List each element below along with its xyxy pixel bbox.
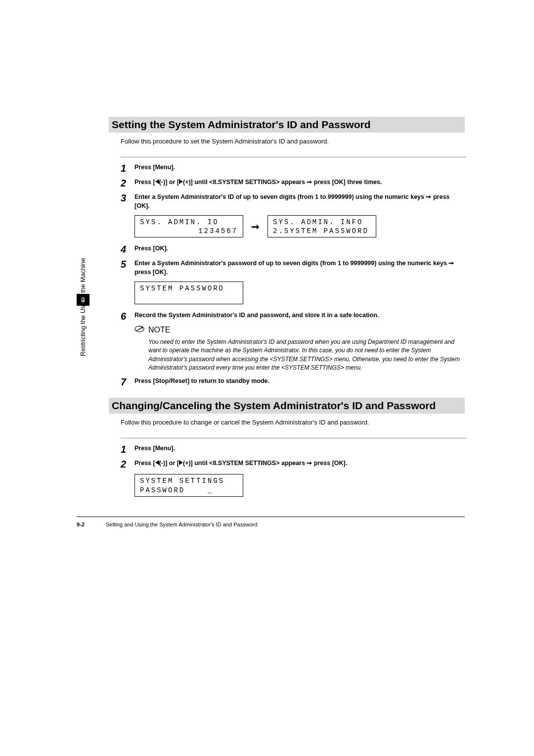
step-6: 6 Record the System Administrator's ID a… bbox=[121, 311, 465, 321]
step-text: Press [Menu]. bbox=[134, 444, 465, 454]
step-text: Enter a System Administrator's ID of up … bbox=[134, 193, 465, 210]
footer-rule bbox=[77, 517, 465, 517]
section2-intro: Follow this procedure to change or cance… bbox=[121, 419, 465, 426]
step-text: Press [OK]. bbox=[134, 244, 465, 254]
text: press [OK]. bbox=[134, 269, 168, 276]
text: press [OK]. bbox=[312, 460, 347, 467]
text: press [OK] three times. bbox=[312, 179, 382, 186]
arrow-icon: ➞ bbox=[307, 179, 312, 186]
section1-intro: Follow this procedure to set the System … bbox=[121, 138, 465, 145]
text: Enter a System Administrator's ID of up … bbox=[134, 193, 426, 200]
divider bbox=[121, 438, 467, 438]
step-number: 4 bbox=[121, 244, 134, 254]
step-text: Press [Stop/Reset] to return to standby … bbox=[134, 377, 465, 387]
section-title-changing: Changing/Canceling the System Administra… bbox=[109, 398, 465, 414]
lcd-line: SYS. ADMIN. ID bbox=[140, 218, 238, 227]
arrow-icon: ➞ bbox=[307, 460, 312, 467]
note-label: NOTE bbox=[148, 326, 170, 334]
step-number: 2 bbox=[121, 178, 134, 188]
step-text: Press [(-)] or [(+)] until <8.SYSTEM SET… bbox=[134, 459, 465, 469]
text: Press [ bbox=[134, 179, 155, 186]
step-2: 2 Press [(-)] or [(+)] until <8.SYSTEM S… bbox=[121, 178, 465, 188]
note-header: NOTE bbox=[134, 325, 465, 335]
footer-title: Setting and Using the System Administrat… bbox=[106, 521, 258, 527]
step-number: 1 bbox=[121, 444, 134, 454]
triangle-left-icon bbox=[155, 459, 159, 468]
section-title-setting: Setting the System Administrator's ID an… bbox=[109, 117, 465, 133]
step-number: 1 bbox=[121, 163, 134, 173]
lcd-row: SYSTEM SETTINGS PASSWORD _ bbox=[134, 474, 465, 496]
triangle-left-icon bbox=[155, 178, 159, 187]
lcd-line: SYSTEM SETTINGS bbox=[140, 476, 238, 485]
text: (-)] or [ bbox=[159, 460, 179, 467]
triangle-right-icon bbox=[179, 178, 183, 187]
step-number: 2 bbox=[121, 459, 134, 469]
arrow-icon: ➞ bbox=[426, 193, 431, 200]
arrow-icon: ➞ bbox=[448, 260, 454, 267]
step-7: 7 Press [Stop/Reset] to return to standb… bbox=[121, 377, 465, 387]
lcd-line: SYSTEM PASSWORD bbox=[140, 284, 238, 293]
page-number: 9-2 bbox=[77, 521, 85, 527]
lcd-display: SYSTEM PASSWORD bbox=[134, 282, 243, 304]
step-4: 4 Press [OK]. bbox=[121, 244, 465, 254]
svg-marker-0 bbox=[155, 179, 159, 184]
svg-marker-5 bbox=[179, 460, 183, 465]
text: Enter a System Administrator's password … bbox=[134, 260, 448, 267]
step-number: 5 bbox=[121, 259, 134, 277]
svg-marker-1 bbox=[179, 179, 183, 184]
text: (+)] until <8.SYSTEM SETTINGS> appears bbox=[183, 179, 307, 186]
lcd-line: SYS. ADMIN. INFO bbox=[273, 218, 371, 227]
triangle-right-icon bbox=[179, 459, 183, 468]
lcd-line: 2.SYSTEM PASSWORD bbox=[273, 227, 371, 236]
note-block: NOTE You need to enter the System Admini… bbox=[134, 325, 465, 373]
arrow-icon: ➞ bbox=[251, 221, 260, 233]
lcd-line bbox=[140, 293, 238, 302]
step-number: 6 bbox=[121, 311, 134, 321]
lcd-row: SYSTEM PASSWORD bbox=[134, 282, 465, 304]
lcd-row: SYS. ADMIN. ID 1234567 ➞ SYS. ADMIN. INF… bbox=[134, 215, 465, 237]
lcd-line: 1234567 bbox=[140, 227, 238, 236]
divider bbox=[121, 157, 467, 157]
step-2b: 2 Press [(-)] or [(+)] until <8.SYSTEM S… bbox=[121, 459, 465, 469]
text: (+)] until <8.SYSTEM SETTINGS> appears bbox=[183, 460, 307, 467]
step-3: 3 Enter a System Administrator's ID of u… bbox=[121, 193, 465, 210]
step-text: Record the System Administrator's ID and… bbox=[134, 311, 465, 321]
svg-line-3 bbox=[136, 327, 142, 331]
text: (-)] or [ bbox=[159, 179, 179, 186]
step-text: Press [(-)] or [(+)] until <8.SYSTEM SET… bbox=[134, 178, 465, 188]
note-icon bbox=[134, 325, 144, 335]
lcd-display: SYS. ADMIN. ID 1234567 bbox=[134, 215, 243, 237]
text: Press [ bbox=[134, 460, 155, 467]
lcd-line: PASSWORD _ bbox=[140, 486, 238, 495]
step-number: 3 bbox=[121, 193, 134, 210]
page-content: Setting the System Administrator's ID an… bbox=[109, 117, 465, 504]
svg-marker-4 bbox=[155, 460, 159, 465]
step-1: 1 Press [Menu]. bbox=[121, 163, 465, 173]
lcd-display: SYS. ADMIN. INFO 2.SYSTEM PASSWORD bbox=[267, 215, 376, 237]
step-1b: 1 Press [Menu]. bbox=[121, 444, 465, 454]
step-text: Press [Menu]. bbox=[134, 163, 465, 173]
note-text: You need to enter the System Administrat… bbox=[134, 338, 465, 373]
footer: 9-2 Setting and Using the System Adminis… bbox=[77, 521, 258, 527]
step-number: 7 bbox=[121, 377, 134, 387]
side-chapter-label: Restricting the Use of the Machine bbox=[79, 258, 87, 356]
step-text: Enter a System Administrator's password … bbox=[134, 259, 465, 277]
step-5: 5 Enter a System Administrator's passwor… bbox=[121, 259, 465, 277]
lcd-display: SYSTEM SETTINGS PASSWORD _ bbox=[134, 474, 243, 496]
